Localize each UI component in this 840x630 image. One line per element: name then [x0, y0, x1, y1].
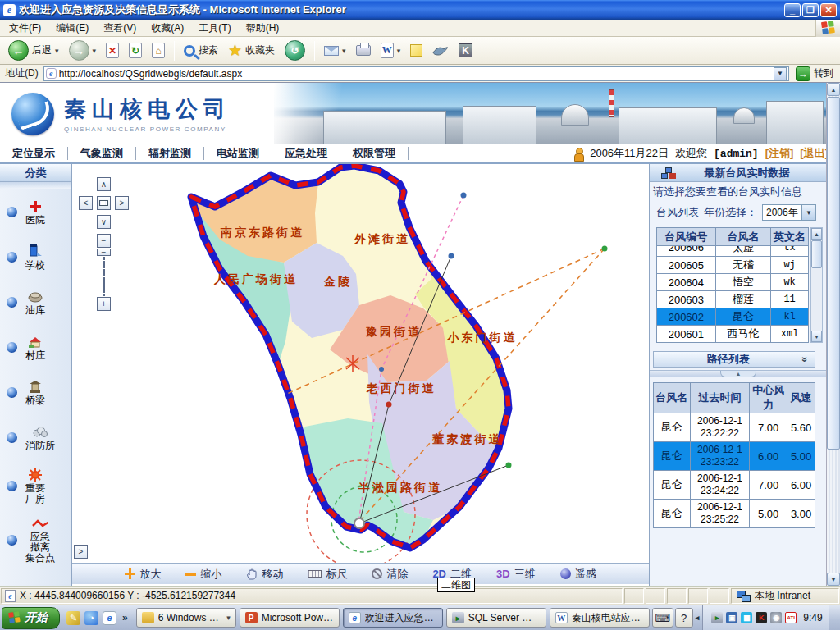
start-button[interactable]: 开始	[2, 607, 60, 629]
typhoon-row[interactable]: 200605无稽wj	[657, 257, 809, 274]
pan-up-button[interactable]: ∧	[97, 177, 111, 191]
typhoon-row[interactable]: 200604悟空wk	[657, 274, 809, 291]
search-button[interactable]: 搜索	[180, 42, 221, 59]
edit-word-button[interactable]: W▾	[377, 41, 404, 60]
sidebar-item-key-plant[interactable]: 重要 厂房	[0, 460, 71, 511]
year-select[interactable]: 2006年 ▼	[762, 204, 816, 221]
zoom-out-step-button[interactable]: −	[97, 234, 111, 248]
exit-link[interactable]: [退出]	[800, 146, 829, 161]
typhoon-row-selected[interactable]: 200602昆仑kl	[657, 308, 809, 326]
realtime-row[interactable]: 昆仑2006-12-1 23:22:22 7.005.60	[654, 413, 815, 442]
task-sql-server[interactable]: ▸ SQL Server 服务...	[446, 608, 546, 628]
tray-kaspersky-icon[interactable]: K	[756, 612, 767, 623]
clock[interactable]: 9:49	[803, 612, 822, 623]
task-powerpoint[interactable]: P Microsoft PowerP...	[240, 608, 340, 628]
menu-favorites[interactable]: 收藏(A)	[144, 20, 191, 37]
tray-sql-icon[interactable]: ▸	[711, 612, 723, 623]
page-scroll-up-icon[interactable]: ▲	[827, 83, 840, 96]
address-field[interactable]: e ▼	[43, 66, 789, 81]
quick-launch-overflow-chevron[interactable]: »	[121, 612, 130, 623]
tray-volume-icon[interactable]: ◉	[770, 612, 782, 623]
restore-button[interactable]: ❐	[802, 3, 819, 17]
full-extent-button[interactable]	[97, 196, 111, 210]
pan-left-button[interactable]: <	[79, 196, 93, 210]
mail-button[interactable]: ▾	[321, 44, 349, 57]
tray-ati-icon[interactable]: ATI	[785, 612, 797, 623]
sidebar-item-hospital[interactable]: 医院	[0, 189, 71, 235]
home-button[interactable]: ⌂	[148, 41, 168, 60]
quick-launch-desktop-icon[interactable]: ✎	[66, 611, 80, 625]
print-button[interactable]	[353, 43, 374, 57]
year-select-arrow-icon[interactable]: ▼	[801, 205, 815, 220]
quick-launch-ie-icon[interactable]: e	[103, 611, 116, 625]
realtime-row[interactable]: 昆仑2006-12-1 23:25:22 5.003.00	[654, 500, 815, 528]
realtime-row-selected[interactable]: 昆仑2006-12-1 23:23:22 6.005.00	[654, 442, 815, 471]
typhoon-row[interactable]: 200606 太虚 tx	[657, 246, 809, 257]
quick-launch-msn-icon[interactable]: ◔	[84, 611, 98, 625]
page-scroll-down-icon[interactable]: ▼	[827, 573, 840, 586]
tray-collapse-chevron[interactable]: ◂	[694, 614, 701, 622]
pan-right-button[interactable]: >	[115, 196, 129, 210]
tab-permissions[interactable]: 权限管理	[340, 147, 409, 160]
scroll-up-icon[interactable]: ▲	[811, 228, 822, 240]
sidebar-item-school[interactable]: 学校	[0, 235, 71, 280]
typhoon-row[interactable]: 200601西马伦xml	[657, 326, 809, 343]
remote-sensing-tool[interactable]: 遥感	[560, 567, 596, 582]
task-word-doc[interactable]: W 秦山核电站应急...	[550, 608, 650, 628]
menu-file[interactable]: 文件(F)	[2, 20, 48, 37]
tab-station[interactable]: 电站监测	[204, 147, 272, 160]
sidebar-item-oil-depot[interactable]: 油库	[0, 280, 71, 325]
menu-view[interactable]: 查看(V)	[96, 20, 144, 37]
sidebar-item-fire-station[interactable]: 消防所	[0, 415, 71, 460]
sidebar-item-evacuation-point[interactable]: 应急 撤离 集合点	[0, 511, 71, 568]
task-windows-explorer[interactable]: 6 Windows Expl...▾	[136, 608, 236, 628]
menu-edit[interactable]: 编辑(E)	[48, 20, 96, 37]
tray-network-icon[interactable]: ▣	[726, 612, 737, 623]
zoom-in-step-button[interactable]: +	[97, 297, 111, 311]
sidebar-item-village[interactable]: 村庄	[0, 325, 71, 370]
messenger-button[interactable]	[407, 43, 426, 58]
address-dropdown-button[interactable]: ▼	[774, 67, 787, 80]
help-button[interactable]: ?	[675, 608, 693, 628]
refresh-button[interactable]: ↻	[126, 41, 145, 60]
splitter-grip[interactable]: ▲	[720, 371, 756, 377]
menu-tools[interactable]: 工具(T)	[191, 20, 238, 37]
pan-down-button[interactable]: ∨	[97, 215, 111, 229]
zoom-out-tool[interactable]: 缩小	[185, 567, 221, 582]
task-ie-current[interactable]: e 欢迎进入应急资...	[343, 608, 443, 628]
scroll-thumb[interactable]	[811, 240, 822, 268]
menu-help[interactable]: 帮助(H)	[239, 20, 287, 37]
ruler-tool[interactable]: 标尺	[308, 567, 347, 582]
pan-tool[interactable]: 移动	[246, 567, 283, 582]
stop-button[interactable]: ✕	[103, 41, 122, 60]
page-scroll-thumb[interactable]	[827, 97, 840, 450]
tab-weather[interactable]: 气象监测	[68, 147, 136, 160]
logout-link[interactable]: [注销]	[765, 146, 794, 161]
typhoon-list-scrollbar[interactable]: ▲ ▼	[810, 227, 823, 343]
panel-splitter[interactable]: ▲	[650, 370, 826, 377]
clear-tool[interactable]: 清除	[372, 567, 408, 582]
realtime-row[interactable]: 昆仑2006-12-1 23:24:22 7.006.00	[654, 471, 815, 500]
path-list-bar[interactable]: 路径列表 »	[653, 351, 815, 368]
tab-radiation[interactable]: 辐射监测	[136, 147, 204, 160]
go-button[interactable]: → 转到	[792, 66, 837, 81]
expand-panel-button[interactable]: >	[74, 545, 88, 559]
kaspersky-button[interactable]: K	[455, 42, 476, 59]
sidebar-item-bridge[interactable]: 桥梁	[0, 370, 71, 415]
minimize-button[interactable]: _	[784, 3, 801, 17]
history-button[interactable]: ↺	[281, 39, 308, 62]
flashget-button[interactable]	[429, 43, 452, 58]
favorites-button[interactable]: ★ 收藏夹	[225, 41, 278, 60]
keyboard-layout-button[interactable]: ⌨	[652, 608, 673, 628]
tab-emergency[interactable]: 应急处理	[272, 147, 340, 160]
zoom-in-tool[interactable]: 放大	[125, 567, 161, 582]
map-canvas[interactable]: 南京东路街道 外滩街道 人民广场街道 金陵 豫园街道 小东门街道 老西门街道 董…	[72, 164, 649, 563]
tray-grid-icon[interactable]: ▦	[741, 612, 752, 623]
back-button[interactable]: ← 后退▾	[5, 39, 62, 62]
address-input[interactable]	[59, 68, 771, 80]
forward-button[interactable]: →▾	[66, 39, 100, 62]
zoom-slider-handle[interactable]: −	[97, 249, 111, 256]
page-scrollbar[interactable]: ▲ ▼	[826, 83, 840, 586]
close-button[interactable]: ✕	[820, 3, 837, 17]
scroll-down-icon[interactable]: ▼	[811, 331, 822, 342]
